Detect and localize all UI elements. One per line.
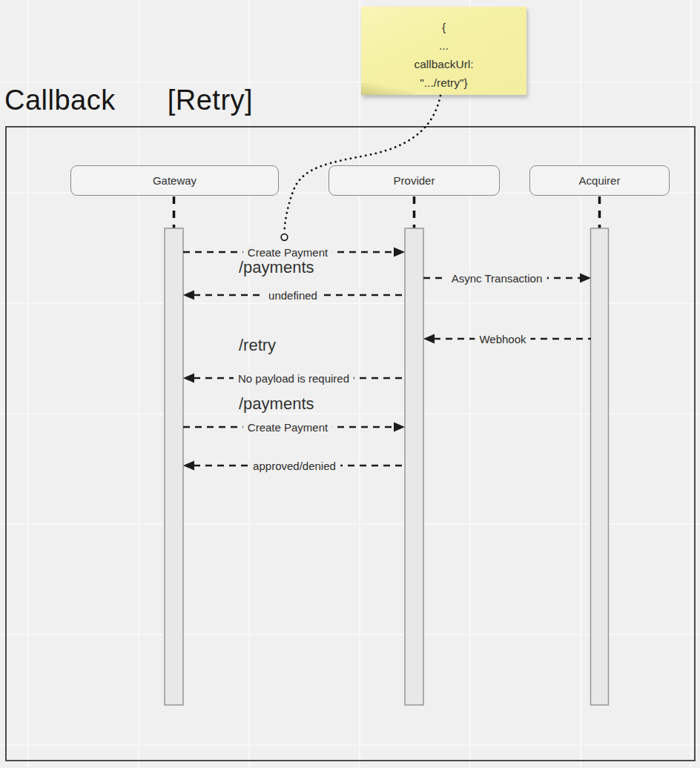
arrowhead-undefined (183, 291, 194, 300)
diagram-graphics (0, 0, 700, 768)
arrowhead-async-transaction (580, 274, 591, 283)
activation-bar-acquirer[interactable] (591, 228, 609, 705)
activation-bar-provider[interactable] (405, 228, 423, 705)
diagram-canvas: { ... callbackUrl: ".../retry"} Callback… (0, 0, 700, 768)
arrowhead-no-payload (183, 374, 194, 383)
endpoint-label-payments-2[interactable]: /payments (239, 394, 314, 414)
message-label-create-payment-2[interactable]: Create Payment (243, 421, 332, 434)
arrowhead-webhook (423, 334, 435, 344)
note-connector-anchor-circle (281, 234, 288, 241)
message-label-approved-denied[interactable]: approved/denied (248, 460, 340, 472)
note-connector (285, 96, 441, 232)
message-label-undefined[interactable]: undefined (264, 289, 322, 302)
message-label-webhook[interactable]: Webhook (475, 332, 530, 345)
arrowhead-approved-denied (183, 461, 194, 471)
arrowhead-create-payment-2 (394, 423, 405, 432)
activation-bar-gateway[interactable] (165, 228, 183, 705)
message-label-async-transaction[interactable]: Async Transaction (447, 271, 547, 284)
endpoint-label-payments-1[interactable]: /payments (239, 258, 314, 277)
message-label-no-payload[interactable]: No payload is required (234, 371, 354, 384)
message-label-create-payment-1[interactable]: Create Payment (243, 245, 332, 258)
endpoint-label-retry[interactable]: /retry (239, 336, 276, 355)
arrowhead-create-payment-1 (394, 248, 405, 257)
